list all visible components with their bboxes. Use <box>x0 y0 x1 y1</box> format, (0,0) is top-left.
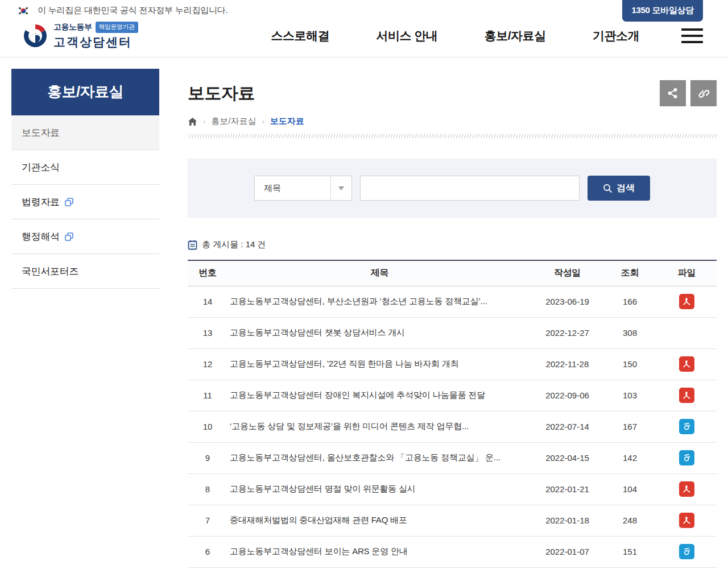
cell-title[interactable]: 중대재해처벌법의 중대산업재해 관련 FAQ 배포 <box>228 505 532 536</box>
logo-text: 고용노동부 책임운영기관 고객상담센터 <box>53 22 138 50</box>
sidebar-item-label: 법령자료 <box>22 196 60 209</box>
post-count-text: 총 게시물 : 14 건 <box>202 239 266 250</box>
main-nav: 스스로해결 서비스 안내 홍보/자료실 기관소개 <box>269 22 642 49</box>
chevron-down-icon <box>338 186 344 190</box>
cell-no: 11 <box>188 380 228 411</box>
external-window-icon <box>64 197 74 207</box>
nav-pr-library[interactable]: 홍보/자료실 <box>482 22 548 49</box>
cell-title[interactable]: 고용노동부고객상담센터, 울산보호관찰소와 「고용노동 정책교실」 운... <box>228 442 532 473</box>
cell-views: 166 <box>603 286 657 317</box>
sidebar-item-label: 기관소식 <box>22 161 60 174</box>
main-panel: 보도자료 <box>188 80 717 568</box>
nav-service-guide[interactable]: 서비스 안내 <box>374 22 440 49</box>
cell-file <box>657 536 717 567</box>
table-header-row: 번호 제목 작성일 조회 파일 <box>188 260 717 286</box>
sidebar-item-law-materials[interactable]: 법령자료 <box>11 185 159 219</box>
cell-views: 167 <box>603 411 657 442</box>
cell-title[interactable]: 고용노동부고객상담센터 챗봇 상담서비스 개시 <box>228 317 532 348</box>
cell-file <box>657 317 717 348</box>
nav-self-solve[interactable]: 스스로해결 <box>269 22 332 49</box>
cell-title[interactable]: 고용노동부고객상담센터 장애인 복지시설에 추석맞이 나눔물품 전달 <box>228 380 532 411</box>
hwp-file-icon[interactable] <box>679 544 694 559</box>
share-icon <box>667 87 679 99</box>
external-window-icon <box>64 232 74 242</box>
cell-date: 2022-07-14 <box>532 411 603 442</box>
cell-title[interactable]: 고용노동부고객상담센터, ’22년 직원 한마음 나눔 바자회 개최 <box>228 348 532 380</box>
cell-no: 8 <box>188 473 228 505</box>
cell-file <box>657 442 717 473</box>
cell-date: 2022-04-15 <box>532 442 603 473</box>
mobile-consult-button[interactable]: 1350 모바일상담 <box>622 0 703 22</box>
col-header-views: 조회 <box>603 260 657 286</box>
home-icon[interactable] <box>188 117 197 126</box>
col-header-no: 번호 <box>188 260 228 286</box>
cell-title[interactable]: 고용노동부고객상담센터 보이는 ARS 운영 안내 <box>228 536 532 567</box>
cell-file <box>657 380 717 411</box>
table-row: 8고용노동부고객상담센터 명절 맞이 위문활동 실시2022-01-21104 <box>188 473 717 505</box>
sidebar-item-agency-news[interactable]: 기관소식 <box>11 150 159 185</box>
cell-no: 12 <box>188 348 228 380</box>
cell-file <box>657 505 717 536</box>
share-buttons <box>660 80 717 106</box>
table-row: 13고용노동부고객상담센터 챗봇 상담서비스 개시2022-12-27308 <box>188 317 717 348</box>
sidebar-item-press-release[interactable]: 보도자료 <box>11 115 159 150</box>
sidebar: 홍보/자료실 보도자료 기관소식 법령자료 행정해석 <box>11 69 159 289</box>
board-list-icon <box>188 240 197 250</box>
cell-file <box>657 473 717 505</box>
hatched-divider <box>188 134 717 138</box>
search-button-label: 검색 <box>617 182 634 194</box>
cell-no: 6 <box>188 536 228 567</box>
breadcrumb-level1[interactable]: 홍보/자료실 <box>211 116 256 127</box>
cell-title[interactable]: ‘고용노동 상담 및 정보제공’을 위한 미디어 콘텐츠 제작 업무협... <box>228 411 532 442</box>
cell-views: 308 <box>603 317 657 348</box>
breadcrumb-separator: › <box>262 117 264 126</box>
cell-title[interactable]: 고용노동부고객상담센터 명절 맞이 위문활동 실시 <box>228 473 532 505</box>
pdf-file-icon[interactable] <box>679 388 694 403</box>
site-logo[interactable]: 고용노동부 책임운영기관 고객상담센터 <box>23 22 138 50</box>
page-title: 보도자료 <box>188 82 255 105</box>
site-header: 이 누리집은 대한민국 공식 전자정부 누리집입니다. 1350 모바일상담 고… <box>0 0 728 57</box>
table-row: 11고용노동부고객상담센터 장애인 복지시설에 추석맞이 나눔물품 전달2022… <box>188 380 717 411</box>
cell-file <box>657 411 717 442</box>
selected-category: 제목 <box>264 183 281 194</box>
breadcrumb-separator: › <box>203 117 205 126</box>
cell-views: 103 <box>603 380 657 411</box>
cell-file <box>657 348 717 380</box>
table-row: 7중대재해처벌법의 중대산업재해 관련 FAQ 배포2022-01-18248 <box>188 505 717 536</box>
col-header-date: 작성일 <box>532 260 603 286</box>
cell-date: 2022-01-18 <box>532 505 603 536</box>
table-row: 14고용노동부고객상담센터, 부산소년원과 ‘청소년 고용노동 정책교실’...… <box>188 286 717 317</box>
table-body: 14고용노동부고객상담센터, 부산소년원과 ‘청소년 고용노동 정책교실’...… <box>188 286 717 567</box>
korea-flag-icon <box>17 6 30 15</box>
sidebar-title: 홍보/자료실 <box>11 69 159 115</box>
cell-views: 150 <box>603 348 657 380</box>
pdf-file-icon[interactable] <box>679 513 694 528</box>
sidebar-item-supporters[interactable]: 국민서포터즈 <box>11 254 159 289</box>
search-button[interactable]: 검색 <box>588 176 650 201</box>
cell-date: 2022-01-07 <box>532 536 603 567</box>
site-name: 고객상담센터 <box>53 34 138 50</box>
pdf-file-icon[interactable] <box>679 356 694 372</box>
search-input[interactable] <box>360 176 580 201</box>
cell-views: 248 <box>603 505 657 536</box>
col-header-file: 파일 <box>657 260 717 286</box>
menu-hamburger-icon[interactable] <box>681 26 703 45</box>
agency-badge: 책임운영기관 <box>96 22 138 33</box>
cell-views: 142 <box>603 442 657 473</box>
share-button[interactable] <box>660 80 686 106</box>
cell-views: 151 <box>603 536 657 567</box>
col-header-title: 제목 <box>228 260 532 286</box>
hwp-file-icon[interactable] <box>679 450 694 465</box>
search-category-select[interactable]: 제목 <box>254 176 352 201</box>
breadcrumb: › 홍보/자료실 › 보도자료 <box>188 116 717 127</box>
hwp-file-icon[interactable] <box>679 419 694 434</box>
cell-no: 13 <box>188 317 228 348</box>
press-release-table: 번호 제목 작성일 조회 파일 14고용노동부고객상담센터, 부산소년원과 ‘청… <box>188 260 717 568</box>
pdf-file-icon[interactable] <box>679 481 694 497</box>
pdf-file-icon[interactable] <box>679 294 694 309</box>
copy-url-button[interactable] <box>690 80 717 106</box>
cell-no: 14 <box>188 286 228 317</box>
nav-about[interactable]: 기관소개 <box>590 22 642 49</box>
cell-title[interactable]: 고용노동부고객상담센터, 부산소년원과 ‘청소년 고용노동 정책교실’... <box>228 286 532 317</box>
sidebar-item-admin-interpretation[interactable]: 행정해석 <box>11 219 159 254</box>
